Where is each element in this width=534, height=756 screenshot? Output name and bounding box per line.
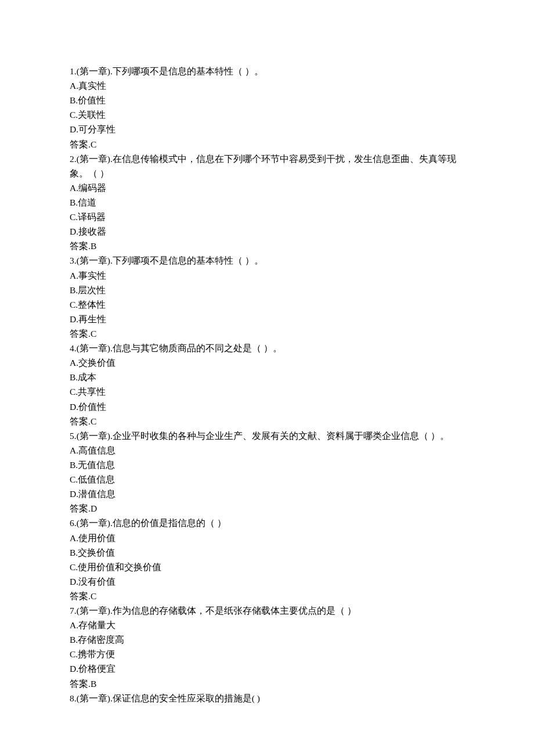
question-option: C.低值信息 [70,472,464,487]
question-option: C.译码器 [70,210,464,224]
question-answer: 答案.D [70,501,464,516]
question-option: D.可分享性 [70,122,464,136]
question-option: A.事实性 [70,268,464,283]
question-option: A.交换价值 [70,355,464,370]
question-option: B.成本 [70,370,464,384]
question-option: D.没有价值 [70,574,464,589]
question-option: C.携带方便 [70,647,464,661]
question-option: D.价值性 [70,399,464,414]
question-option: B.存储密度高 [70,632,464,647]
question-stem: 5.(第一章).企业平时收集的各种与企业生产、发展有关的文献、资料属于哪类企业信… [70,429,464,443]
question-option: D.接收器 [70,224,464,239]
question-option: A.存储量大 [70,618,464,632]
question-option: B.信道 [70,195,464,210]
question-stem: 8.(第一章).保证信息的安全性应采取的措施是( ) [70,691,464,705]
question-option: B.交换价值 [70,545,464,560]
question-option: C.共享性 [70,384,464,399]
question-option: D.价格便宜 [70,661,464,676]
question-option: B.价值性 [70,93,464,107]
question-option: B.层次性 [70,283,464,297]
question-option: B.无值信息 [70,458,464,472]
question-answer: 答案.C [70,414,464,429]
document-content: 1.(第一章).下列哪项不是信息的基本特性（ ）。 A.真实性 B.价值性 C.… [70,64,464,705]
question-option: A.真实性 [70,78,464,93]
question-stem: 3.(第一章).下列哪项不是信息的基本特性（ ）。 [70,253,464,268]
question-answer: 答案.B [70,239,464,253]
question-stem: 4.(第一章).信息与其它物质商品的不同之处是（ ）。 [70,341,464,355]
question-option: C.使用价值和交换价值 [70,560,464,574]
question-option: A.编码器 [70,181,464,195]
question-option: D.再生性 [70,312,464,326]
question-stem: 7.(第一章).作为信息的存储载体，不是纸张存储载体主要优点的是（ ） [70,603,464,618]
question-option: C.整体性 [70,297,464,312]
question-answer: 答案.C [70,137,464,152]
question-answer: 答案.C [70,326,464,341]
question-stem: 2.(第一章).在信息传输模式中，信息在下列哪个环节中容易受到干扰，发生信息歪曲… [70,152,464,181]
question-option: A.高值信息 [70,443,464,458]
question-option: D.潜值信息 [70,487,464,501]
question-option: A.使用价值 [70,531,464,545]
question-stem: 1.(第一章).下列哪项不是信息的基本特性（ ）。 [70,64,464,78]
question-answer: 答案.C [70,589,464,603]
question-answer: 答案.B [70,676,464,691]
question-option: C.关联性 [70,107,464,122]
question-stem: 6.(第一章).信息的价值是指信息的（ ） [70,516,464,530]
